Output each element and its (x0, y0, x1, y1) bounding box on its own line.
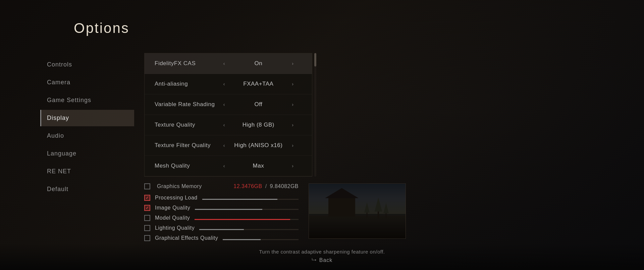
checkbox-row-image-quality: Image Quality (144, 205, 299, 211)
setting-value-group-mesh-quality: ‹ Max › (215, 162, 302, 170)
cb-bar-fill-graphical-effects-quality (223, 239, 261, 240)
setting-value-group-anti-aliasing: ‹ FXAA+TAA › (215, 80, 302, 88)
cb-bar-bg-lighting-quality (199, 229, 299, 230)
setting-row-fidelityfx-cas: FidelityFX CAS ‹ On › (145, 53, 312, 74)
arrow-right-variable-rate-shading[interactable]: › (289, 100, 296, 108)
setting-row-texture-quality: Texture Quality ‹ High (8 GB) › (145, 115, 312, 135)
checkbox-processing-load[interactable] (144, 195, 150, 201)
vram-checkbox[interactable] (144, 183, 150, 189)
setting-row-mesh-quality: Mesh Quality ‹ Max › (145, 156, 312, 176)
sidebar-item-controls[interactable]: Controls (40, 56, 134, 73)
vram-label: Graphics Memory (157, 183, 227, 189)
vram-row: Graphics Memory 12.3476GB / 9.84082GB (144, 183, 299, 189)
cb-bar-bg-model-quality (195, 219, 299, 220)
sidebar: Controls Camera Game Settings Display Au… (40, 53, 134, 270)
arrow-left-mesh-quality[interactable]: ‹ (221, 162, 228, 170)
setting-value-group-texture-quality: ‹ High (8 GB) › (215, 121, 302, 129)
cb-label-model-quality: Model Quality (155, 215, 190, 221)
right-panel: FidelityFX CAS ‹ On › Anti-aliasing ‹ FX… (134, 53, 423, 270)
arrow-right-fidelityfx-cas[interactable]: › (289, 59, 296, 68)
sidebar-item-re-net[interactable]: RE NET (40, 163, 134, 180)
arrow-left-anti-aliasing[interactable]: ‹ (221, 80, 228, 88)
page-title: Options (0, 20, 644, 36)
checkbox-item-graphical-effects-quality: Graphical Effects Quality (144, 235, 299, 241)
checkbox-model-quality[interactable] (144, 215, 150, 221)
preview-image (309, 183, 406, 239)
cb-label-image-quality: Image Quality (155, 205, 190, 211)
cb-bar-model-quality (195, 216, 299, 220)
checkbox-row-model-quality: Model Quality (144, 215, 299, 221)
checkbox-item-model-quality: Model Quality (144, 215, 299, 221)
preview-scene (309, 184, 406, 238)
setting-value-group-variable-rate-shading: ‹ Off › (215, 100, 302, 108)
cb-bar-image-quality (195, 206, 299, 210)
setting-value-mesh-quality: Max (231, 163, 285, 169)
sidebar-item-game-settings[interactable]: Game Settings (40, 92, 134, 108)
checkbox-row-graphical-effects-quality: Graphical Effects Quality (144, 235, 299, 241)
arrow-right-texture-filter-quality[interactable]: › (289, 141, 296, 149)
scrollbar-thumb[interactable] (314, 53, 316, 66)
sidebar-item-camera[interactable]: Camera (40, 74, 134, 91)
sidebar-item-default[interactable]: Default (40, 181, 134, 197)
vram-current: 12.3476GB (233, 183, 262, 189)
setting-row-variable-rate-shading: Variable Rate Shading ‹ Off › (145, 94, 312, 115)
settings-container: FidelityFX CAS ‹ On › Anti-aliasing ‹ FX… (144, 53, 423, 177)
arrow-right-texture-quality[interactable]: › (289, 121, 296, 129)
checkbox-lighting-quality[interactable] (144, 225, 150, 231)
checkbox-item-processing-load: Processing Load (144, 195, 299, 201)
checkbox-image-quality[interactable] (144, 205, 150, 211)
vram-numbers: 12.3476GB / 9.84082GB (233, 183, 299, 189)
setting-row-anti-aliasing: Anti-aliasing ‹ FXAA+TAA › (145, 74, 312, 94)
settings-list: FidelityFX CAS ‹ On › Anti-aliasing ‹ FX… (144, 53, 312, 177)
checkboxes-panel: Graphics Memory 12.3476GB / 9.84082GB Pr… (144, 183, 299, 245)
setting-label-texture-quality: Texture Quality (155, 122, 215, 128)
cb-label-processing-load: Processing Load (155, 195, 198, 201)
cb-bar-fill-processing-load (202, 199, 277, 200)
cb-bar-processing-load (202, 196, 299, 200)
setting-value-group-texture-filter-quality: ‹ High (ANISO x16) › (215, 141, 302, 149)
arrow-right-mesh-quality[interactable]: › (289, 162, 296, 170)
checkbox-row-lighting-quality: Lighting Quality (144, 225, 299, 231)
scene-overlay (309, 184, 406, 238)
setting-value-texture-quality: High (8 GB) (231, 122, 285, 128)
lower-section: Graphics Memory 12.3476GB / 9.84082GB Pr… (144, 183, 423, 245)
arrow-left-fidelityfx-cas[interactable]: ‹ (221, 59, 228, 68)
cb-label-lighting-quality: Lighting Quality (155, 225, 195, 231)
scrollbar-track[interactable] (314, 53, 316, 177)
cb-bar-lighting-quality (199, 226, 299, 230)
checkbox-item-lighting-quality: Lighting Quality (144, 225, 299, 231)
setting-label-mesh-quality: Mesh Quality (155, 163, 215, 169)
arrow-left-texture-quality[interactable]: ‹ (221, 121, 228, 129)
setting-value-fidelityfx-cas: On (231, 60, 285, 67)
cb-bar-bg-graphical-effects-quality (223, 239, 299, 240)
cb-label-graphical-effects-quality: Graphical Effects Quality (155, 235, 218, 241)
cb-bar-bg-processing-load (202, 199, 299, 200)
setting-value-group-fidelityfx-cas: ‹ On › (215, 59, 302, 68)
setting-row-texture-filter-quality: Texture Filter Quality ‹ High (ANISO x16… (145, 135, 312, 156)
setting-label-variable-rate-shading: Variable Rate Shading (155, 101, 215, 108)
setting-value-texture-filter-quality: High (ANISO x16) (231, 142, 285, 149)
sidebar-item-language[interactable]: Language (40, 145, 134, 162)
sidebar-item-display[interactable]: Display (40, 110, 134, 126)
arrow-left-variable-rate-shading[interactable]: ‹ (221, 100, 228, 108)
cb-bar-graphical-effects-quality (223, 236, 299, 240)
setting-label-fidelityfx-cas: FidelityFX CAS (155, 60, 215, 67)
cb-bar-fill-lighting-quality (199, 229, 244, 230)
setting-label-anti-aliasing: Anti-aliasing (155, 81, 215, 87)
cb-bar-fill-model-quality (195, 219, 290, 220)
sidebar-item-audio[interactable]: Audio (40, 128, 134, 144)
cb-bar-fill-image-quality (195, 209, 262, 210)
arrow-left-texture-filter-quality[interactable]: ‹ (221, 141, 228, 149)
checkbox-item-image-quality: Image Quality (144, 205, 299, 211)
setting-value-anti-aliasing: FXAA+TAA (231, 81, 285, 87)
vram-total: 9.84082GB (270, 183, 299, 189)
vram-divider: / (265, 183, 269, 189)
checkbox-row-processing-load: Processing Load (144, 195, 299, 201)
cb-bar-bg-image-quality (195, 209, 299, 210)
setting-value-variable-rate-shading: Off (231, 101, 285, 108)
checkbox-graphical-effects-quality[interactable] (144, 235, 150, 241)
setting-label-texture-filter-quality: Texture Filter Quality (155, 142, 215, 149)
arrow-right-anti-aliasing[interactable]: › (289, 80, 296, 88)
